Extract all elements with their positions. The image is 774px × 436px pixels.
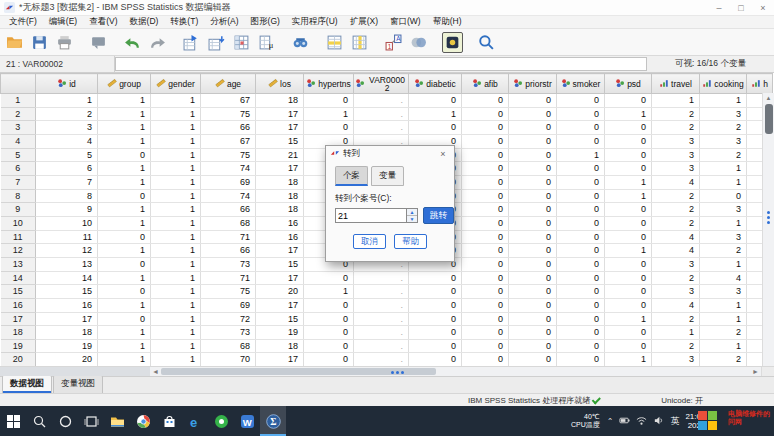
cell[interactable]: 2 <box>700 244 747 258</box>
insert-cases-icon[interactable] <box>324 32 345 53</box>
cell[interactable]: 2 <box>700 326 747 340</box>
cell[interactable]: 17 <box>256 271 304 285</box>
cell[interactable]: . <box>354 94 409 108</box>
column-header-id[interactable]: id <box>36 74 98 94</box>
cell[interactable]: 0 <box>605 298 652 312</box>
cell[interactable]: 1 <box>700 162 747 176</box>
cell[interactable]: 0 <box>409 298 462 312</box>
cell[interactable]: 0 <box>98 257 151 271</box>
cell[interactable]: 2 <box>700 121 747 135</box>
scroll-track[interactable] <box>436 367 750 376</box>
cell[interactable]: 1 <box>700 298 747 312</box>
column-header-travel[interactable]: travel <box>652 74 700 94</box>
cell[interactable]: 1 <box>605 244 652 258</box>
cell[interactable]: 2 <box>652 203 700 217</box>
cell[interactable]: 1 <box>98 216 151 230</box>
row-header[interactable]: 2 <box>1 107 36 121</box>
cell[interactable]: 0 <box>304 326 354 340</box>
cell[interactable]: 5 <box>36 148 98 162</box>
scroll-right-arrow-icon[interactable]: ► <box>750 367 761 376</box>
column-header-gender[interactable]: gender <box>151 74 201 94</box>
cell[interactable]: 0 <box>304 271 354 285</box>
split-file-icon[interactable]: 1A <box>383 32 404 53</box>
cell[interactable]: 0 <box>304 298 354 312</box>
cell[interactable]: 71 <box>201 271 256 285</box>
cell[interactable]: 0 <box>462 107 509 121</box>
cell[interactable]: 66 <box>201 203 256 217</box>
cell[interactable]: 2 <box>36 107 98 121</box>
row-header[interactable]: 9 <box>1 203 36 217</box>
cell[interactable]: 17 <box>36 312 98 326</box>
cell[interactable]: 1 <box>98 271 151 285</box>
cell[interactable]: 0 <box>509 203 557 217</box>
stepper-down-icon[interactable]: ▼ <box>407 216 417 222</box>
green-browser-taskbar-button[interactable] <box>208 406 234 436</box>
cell[interactable]: 1 <box>151 216 201 230</box>
cell[interactable]: 1 <box>151 175 201 189</box>
cell[interactable]: 0 <box>409 339 462 353</box>
search-icon[interactable] <box>476 32 497 53</box>
cell[interactable]: 0 <box>605 326 652 340</box>
menu-extensions[interactable]: 扩展(X) <box>344 16 384 28</box>
cell[interactable]: 15 <box>256 312 304 326</box>
cell[interactable]: 1 <box>151 312 201 326</box>
cell[interactable]: 66 <box>201 121 256 135</box>
cell[interactable]: 0 <box>462 189 509 203</box>
cell[interactable]: 0 <box>557 257 605 271</box>
cell[interactable]: 0 <box>605 216 652 230</box>
cell[interactable]: 1 <box>700 175 747 189</box>
cell[interactable]: 0 <box>462 353 509 366</box>
cell[interactable]: 0 <box>462 285 509 299</box>
cell[interactable]: 0 <box>462 339 509 353</box>
view-tab-variable[interactable]: 变量视图 <box>53 375 103 393</box>
cell[interactable]: 0 <box>462 244 509 258</box>
cell[interactable]: 1 <box>151 107 201 121</box>
cell[interactable]: 0 <box>98 285 151 299</box>
dialog-title-bar[interactable]: 转到 × <box>326 146 454 162</box>
cell[interactable]: 0 <box>557 189 605 203</box>
cell[interactable]: 0 <box>509 148 557 162</box>
cell[interactable]: 66 <box>201 244 256 258</box>
cell[interactable]: . <box>354 107 409 121</box>
column-header-smoker[interactable]: smoker <box>557 74 605 94</box>
cell[interactable]: 0 <box>304 94 354 108</box>
goto-variable-icon[interactable] <box>206 32 227 53</box>
cell[interactable]: 0 <box>409 271 462 285</box>
cell[interactable]: 18 <box>256 94 304 108</box>
weight-cases-icon[interactable] <box>408 32 429 53</box>
menu-graphs[interactable]: 图形(G) <box>245 16 286 28</box>
variables-icon[interactable] <box>231 32 252 53</box>
horizontal-splitter-handle[interactable] <box>391 371 404 374</box>
stepper-up-icon[interactable]: ▲ <box>407 209 417 216</box>
cell[interactable]: 4 <box>700 271 747 285</box>
cell[interactable]: 75 <box>201 107 256 121</box>
row-header[interactable]: 18 <box>1 326 36 340</box>
cell[interactable]: 1 <box>151 257 201 271</box>
cell[interactable]: 1 <box>151 134 201 148</box>
cell[interactable]: 15 <box>36 285 98 299</box>
menu-data[interactable]: 数据(D) <box>124 16 165 28</box>
cell[interactable]: 1 <box>151 162 201 176</box>
cell[interactable]: 0 <box>557 230 605 244</box>
cell[interactable]: 0 <box>462 216 509 230</box>
undo-icon[interactable] <box>122 32 143 53</box>
cell[interactable]: 1 <box>605 312 652 326</box>
cell[interactable]: 0 <box>557 312 605 326</box>
store-taskbar-button[interactable] <box>156 406 182 436</box>
column-header-group[interactable]: group <box>98 74 151 94</box>
cell[interactable]: 1 <box>151 121 201 135</box>
cell[interactable]: 4 <box>652 175 700 189</box>
open-file-icon[interactable] <box>4 32 25 53</box>
cell[interactable]: 0 <box>98 230 151 244</box>
cell[interactable]: 4 <box>36 134 98 148</box>
cell[interactable]: 75 <box>201 148 256 162</box>
cell[interactable]: 0 <box>605 285 652 299</box>
view-tab-data[interactable]: 数据视图 <box>2 375 52 393</box>
cell[interactable]: 0 <box>509 175 557 189</box>
cell[interactable]: 0 <box>605 121 652 135</box>
cell[interactable]: 2 <box>652 271 700 285</box>
column-header-priorstr[interactable]: priorstr <box>509 74 557 94</box>
cell[interactable]: 75 <box>201 285 256 299</box>
cell[interactable]: . <box>354 353 409 366</box>
edge-taskbar-button[interactable]: e <box>182 406 208 436</box>
